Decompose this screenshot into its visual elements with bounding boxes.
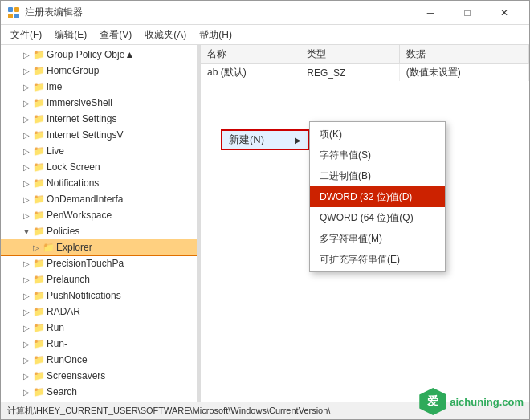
table-area: 名称 类型 数据 ab (默认)REG_SZ(数值未设置) 新建(N) ▶ (201, 45, 529, 402)
tree-item[interactable]: ▷📁RADAR (1, 304, 197, 320)
folder-icon: 📁 (33, 306, 45, 317)
col-type: 类型 (300, 45, 399, 64)
tree-item[interactable]: ▷📁Notifications (1, 175, 197, 191)
submenu-item[interactable]: 字符串值(S) (310, 145, 445, 165)
folder-icon: 📁 (33, 354, 45, 365)
folder-icon: 📁 (33, 258, 45, 269)
tree-item[interactable]: ▷📁Run (1, 320, 197, 336)
tree-item-label: Policies (47, 226, 80, 237)
menu-item[interactable]: 查看(V) (93, 26, 138, 44)
tree-item-label: PenWorkspace (47, 210, 112, 221)
tree-item[interactable]: ▷📁Internet Settings (1, 111, 197, 127)
tree-item-label: Group Policy Obje▲ (47, 49, 134, 60)
folder-icon: 📁 (33, 81, 45, 92)
context-menu-overlay: 新建(N) ▶ 项(K)字符串值(S)二进制值(B)DWORD (32 位)值(… (201, 45, 529, 402)
tree-item-label: Prelaunch (47, 274, 90, 285)
tree-item[interactable]: ▷📁Explorer (1, 239, 197, 255)
tree-arrow-icon: ▷ (20, 99, 33, 108)
tree-arrow-icon: ▷ (20, 356, 33, 365)
folder-icon: 📁 (33, 210, 45, 221)
tree-item[interactable]: ▷📁PenWorkspace (1, 207, 197, 223)
menu-item[interactable]: 编辑(E) (48, 26, 93, 44)
submenu-item[interactable]: 项(K) (310, 124, 445, 145)
svg-rect-1 (14, 7, 19, 12)
svg-rect-3 (14, 14, 19, 18)
tree-item[interactable]: ▷📁Internet SettingsV (1, 127, 197, 143)
submenu-item[interactable]: 可扩充字符串值(E) (310, 249, 445, 270)
tree-item[interactable]: ▷📁ImmersiveShell (1, 95, 197, 111)
tree-arrow-icon: ▷ (20, 83, 33, 92)
tree-item-label: Run (47, 322, 64, 333)
tree-arrow-icon: ▷ (20, 388, 33, 397)
tree-arrow-icon: ▷ (20, 179, 33, 188)
svg-rect-2 (8, 14, 13, 18)
tree-arrow-icon: ▷ (20, 308, 33, 316)
tree-arrow-icon: ▷ (20, 292, 33, 300)
submenu-item[interactable]: 多字符串值(M) (310, 228, 445, 249)
title-bar-left: 注册表编辑器 (7, 6, 83, 19)
tree-arrow-icon: ▷ (20, 211, 33, 220)
tree-arrow-icon: ▷ (20, 275, 33, 284)
folder-icon: 📁 (33, 49, 45, 60)
menu-bar: 文件(F)编辑(E)查看(V)收藏夹(A)帮助(H) (1, 25, 529, 45)
tree-item[interactable]: ▷📁Lock Screen (1, 159, 197, 175)
tree-arrow-icon: ▷ (20, 372, 33, 381)
status-path: 计算机\HKEY_CURRENT_USER\SOFTWARE\Microsoft… (7, 405, 330, 417)
folder-icon: 📁 (33, 177, 45, 189)
minimize-button[interactable]: ─ (412, 1, 449, 25)
tree-item-label: ImmersiveShell (47, 97, 112, 108)
tree-item-label: RADAR (47, 306, 80, 317)
folder-icon: 📁 (33, 338, 45, 349)
tree-item-label: Screensavers (47, 370, 105, 381)
tree-arrow-icon: ▼ (20, 227, 33, 236)
submenu-item[interactable]: DWORD (32 位)值(D) (310, 186, 445, 207)
tree-item[interactable]: ▷📁RunOnce (1, 352, 197, 368)
tree-item[interactable]: ▼📁Policies (1, 223, 197, 239)
tree-item-label: Run- (47, 338, 67, 349)
tree-item[interactable]: ▷📁Screensavers (1, 368, 197, 384)
tree-item[interactable]: ▷📁PushNotifications (1, 287, 197, 304)
folder-icon: 📁 (33, 322, 45, 333)
folder-icon: 📁 (33, 129, 45, 141)
tree-item[interactable]: ▷📁Live (1, 143, 197, 159)
close-button[interactable]: ✕ (486, 1, 523, 25)
tree-item[interactable]: ▷📁Run- (1, 336, 197, 352)
menu-item[interactable]: 帮助(H) (193, 26, 238, 44)
menu-item[interactable]: 文件(F) (4, 26, 48, 44)
menu-item[interactable]: 收藏夹(A) (138, 26, 193, 44)
tree-item[interactable]: ▷📁Prelaunch (1, 271, 197, 287)
folder-icon: 📁 (33, 290, 45, 301)
tree-arrow-icon: ▷ (30, 243, 43, 252)
registry-editor-window: 注册表编辑器 ─ □ ✕ 文件(F)编辑(E)查看(V)收藏夹(A)帮助(H) … (0, 0, 530, 420)
tree-arrow-icon: ▷ (20, 163, 33, 172)
tree-item[interactable]: ▷📁Group Policy Obje▲ (1, 47, 197, 63)
tree-item[interactable]: ▷📁PrecisionTouchPa (1, 255, 197, 271)
tree-item-label: Live (47, 145, 64, 157)
folder-icon: 📁 (33, 161, 45, 173)
tree-item[interactable]: ▷📁HomeGroup (1, 63, 197, 79)
cell-name: ab (默认) (201, 64, 300, 82)
window-title: 注册表编辑器 (25, 6, 83, 19)
tree-arrow-icon: ▷ (20, 195, 33, 204)
new-submenu: 项(K)字符串值(S)二进制值(B)DWORD (32 位)值(D)QWORD … (309, 121, 446, 272)
folder-icon: 📁 (33, 113, 45, 124)
new-menu-button[interactable]: 新建(N) ▶ (221, 129, 309, 150)
tree-item-label: RunOnce (47, 354, 88, 365)
tree-item[interactable]: ▷📁ime (1, 79, 197, 95)
tree-arrow-icon: ▷ (20, 131, 33, 140)
main-content: ▷📁Group Policy Obje▲▷📁HomeGroup▷📁ime▷📁Im… (1, 45, 529, 402)
folder-icon: 📁 (33, 274, 45, 285)
registry-table: 名称 类型 数据 ab (默认)REG_SZ(数值未设置) (201, 45, 529, 81)
table-row[interactable]: ab (默认)REG_SZ(数值未设置) (201, 64, 529, 82)
folder-icon: 📁 (33, 194, 45, 205)
folder-icon: 📁 (43, 242, 55, 253)
submenu-item[interactable]: 二进制值(B) (310, 165, 445, 186)
tree-item[interactable]: ▷📁Search (1, 384, 197, 400)
tree-item[interactable]: ▷📁OnDemandInterfa (1, 191, 197, 207)
submenu-item[interactable]: QWORD (64 位)值(Q) (310, 207, 445, 228)
tree-arrow-icon: ▷ (20, 67, 33, 75)
maximize-button[interactable]: □ (449, 1, 486, 25)
tree-panel[interactable]: ▷📁Group Policy Obje▲▷📁HomeGroup▷📁ime▷📁Im… (1, 45, 198, 402)
tree-item-label: PrecisionTouchPa (47, 258, 124, 269)
tree-arrow-icon: ▷ (20, 115, 33, 124)
